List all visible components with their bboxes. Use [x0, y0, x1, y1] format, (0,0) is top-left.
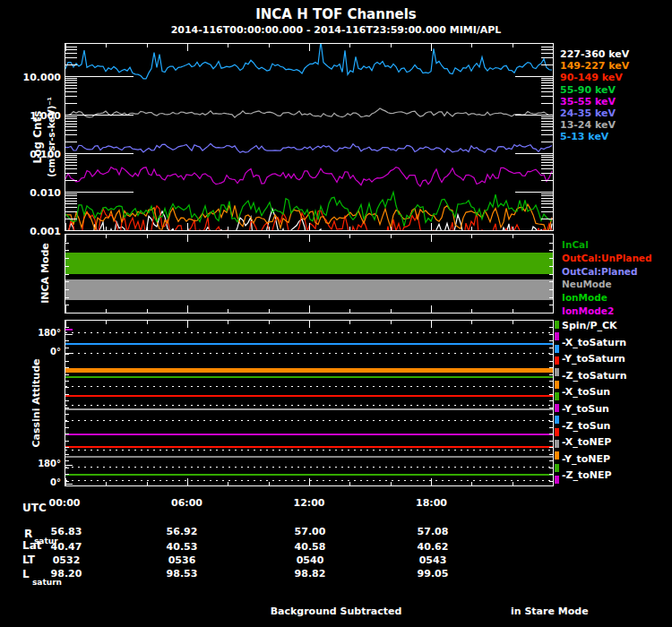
- y-labeled-tick: [65, 353, 73, 354]
- mode-legend-item: IonMode: [562, 292, 607, 303]
- y-minor-tick: [65, 116, 77, 117]
- y-minor-tick: [65, 394, 69, 395]
- y-minor-tick: [65, 82, 77, 83]
- y-minor-tick: [65, 354, 69, 355]
- y-minor-tick: [65, 142, 77, 142]
- x-tick: [553, 235, 554, 242]
- y-minor-tick: [549, 474, 553, 475]
- mode-y-axis-label: INCA Mode: [39, 243, 51, 304]
- mode-bar-NeuMode: [65, 279, 553, 300]
- y-minor-tick: [549, 387, 553, 388]
- ephemeris-value: 56.83: [51, 526, 82, 537]
- y-minor-tick: [541, 116, 553, 117]
- attitude-edge-tick: [555, 381, 559, 389]
- y-minor-tick: [549, 281, 553, 282]
- x-tick: [349, 309, 350, 313]
- y-minor-tick: [65, 441, 69, 442]
- y-minor-tick: [65, 134, 77, 135]
- y-minor-tick: [65, 421, 69, 422]
- attitude-left-edge-marker: [65, 329, 73, 331]
- y-minor-tick: [65, 243, 69, 244]
- attitude-edge-tick: [555, 464, 559, 472]
- y-minor-tick: [65, 361, 69, 362]
- y-minor-tick: [65, 162, 77, 163]
- y-minor-tick: [65, 266, 69, 267]
- ephemeris-row-label: L: [22, 568, 30, 580]
- x-tick: [431, 321, 432, 328]
- y-minor-tick: [541, 121, 553, 122]
- y-minor-tick: [65, 91, 77, 92]
- y-minor-tick: [65, 47, 77, 47]
- y-minor-tick: [549, 361, 553, 362]
- flux-legend-item: 227-360 keV: [560, 48, 629, 60]
- x-tick: [513, 235, 513, 238]
- x-tick: [187, 223, 188, 230]
- attitude-line: [65, 376, 553, 378]
- y-minor-tick: [541, 53, 553, 54]
- y-minor-tick: [541, 180, 553, 181]
- attitude-panel: [65, 320, 554, 486]
- flux-legend-item: 35-55 keV: [560, 96, 616, 107]
- x-tick: [269, 309, 270, 313]
- x-tick: [147, 321, 148, 324]
- y-minor-tick: [541, 195, 553, 196]
- y-minor-tick: [65, 219, 77, 219]
- ephemeris-value: 56.92: [167, 526, 198, 537]
- x-tick: [349, 235, 350, 238]
- page-title: INCA H TOF Channels: [0, 6, 672, 22]
- ephemeris-value: 40.47: [51, 541, 82, 553]
- attitude-legend-item: -Z_toSun: [562, 420, 610, 432]
- y-minor-tick: [541, 134, 553, 135]
- y-minor-tick: [541, 47, 553, 47]
- x-tick: [228, 321, 228, 324]
- attitude-edge-tick: [555, 476, 559, 484]
- attitude-line: [65, 368, 553, 373]
- y-minor-tick: [541, 49, 553, 50]
- y-minor-tick: [549, 394, 553, 395]
- y-minor-tick: [549, 348, 553, 348]
- y-minor-tick: [541, 165, 553, 166]
- y-minor-tick: [65, 49, 77, 50]
- x-tick: [309, 235, 310, 242]
- y-minor-tick: [541, 103, 553, 104]
- y-minor-tick: [541, 124, 553, 125]
- x-tick: [431, 305, 432, 313]
- y-minor-tick: [65, 130, 77, 131]
- y-minor-tick: [65, 126, 77, 127]
- y-minor-tick: [65, 124, 77, 125]
- y-minor-tick: [65, 434, 69, 434]
- attitude-legend-item: -Z_toSaturn: [562, 370, 627, 382]
- y-minor-tick: [65, 374, 69, 375]
- attitude-legend-item: -Z_toNEP: [562, 469, 612, 481]
- y-minor-tick: [541, 78, 553, 79]
- y-minor-tick: [549, 414, 553, 415]
- x-tick: [513, 321, 513, 324]
- x-tick: [269, 227, 270, 230]
- y-minor-tick: [65, 85, 77, 86]
- ephemeris-value: 57.00: [295, 526, 326, 537]
- y-minor-tick: [549, 421, 553, 422]
- y-decade-tick: [515, 76, 553, 77]
- x-tick: [106, 321, 107, 324]
- x-tick: [228, 227, 228, 230]
- y-minor-tick: [541, 193, 553, 194]
- flux-y-axis-units: (cm²-sr-s-keV)⁻¹: [47, 97, 56, 177]
- y-minor-tick: [65, 468, 69, 468]
- x-tick: [471, 321, 472, 324]
- y-minor-tick: [65, 78, 77, 79]
- x-tick: [269, 482, 270, 485]
- dotted-gridline: [65, 386, 553, 387]
- ephemeris-value: 0543: [419, 554, 447, 566]
- attitude-line: [65, 446, 553, 448]
- y-minor-tick: [549, 427, 553, 428]
- x-tick: [106, 235, 107, 238]
- y-minor-tick: [65, 157, 77, 158]
- y-minor-tick: [549, 297, 553, 298]
- y-minor-tick: [65, 201, 77, 202]
- y-minor-tick: [65, 414, 69, 415]
- ephemeris-value: 40.58: [295, 541, 326, 553]
- x-tick: [471, 482, 472, 485]
- attitude-legend-item: -Y_toSaturn: [562, 353, 625, 365]
- y-minor-tick: [541, 162, 553, 163]
- attitude-legend-item: -X_toSaturn: [562, 337, 626, 348]
